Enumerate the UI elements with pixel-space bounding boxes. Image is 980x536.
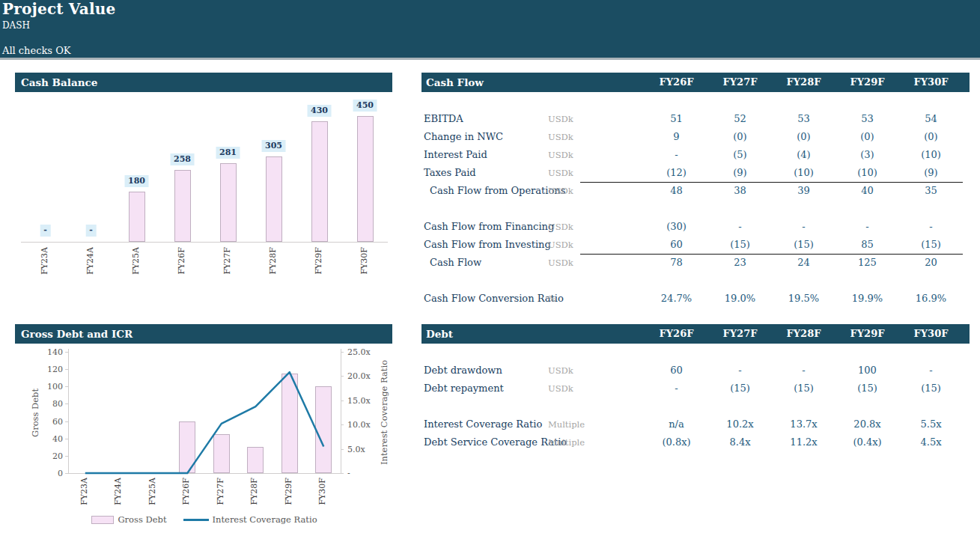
x-axis-label: FY29F [314,247,323,275]
cash-flow-table-body: EBITDAUSDk5152535354Change in NWCUSDk9(0… [421,92,970,308]
row-value: (15) [836,380,899,398]
gross-debt-icr-panel: Gross Debt and ICR 020406080100120140-5.… [15,324,392,531]
row-value: 39 [772,182,836,200]
row-value: 24.7% [645,290,708,308]
row-label: EBITDA [421,110,548,128]
row-value: 19.5% [772,290,836,308]
status-text: All checks OK [2,45,71,56]
row-label: Debt drawdown [421,362,548,380]
debt-table-body: Debt drawdownUSDk60--100-Debt repaymentU… [421,344,970,451]
dashboard: Project Value DASH All checks OK Cash Ba… [0,0,980,536]
cash-balance-panel: Cash Balance -FY23A-FY24A180FY25A258FY26… [15,73,392,290]
row-value: 19.0% [708,290,772,308]
row-value: 20.8x [836,415,899,433]
table-row: Cash Flow from OperationsUSDk4838394035 [421,182,970,200]
row-value: 54 [899,110,963,128]
cash-balance-chart: -FY23A-FY24A180FY25A258FY26F281FY27F305F… [15,92,392,290]
year-column-header: FY28F [772,73,836,92]
x-axis-label: FY25A [131,247,141,275]
debt-table: Debt FY26FFY27FFY28FFY29FFY30F Debt draw… [421,324,970,451]
bar [220,163,237,242]
legend-label: Gross Debt [118,514,166,525]
row-value: 8.4x [708,433,772,451]
row-unit: Multiple [548,415,645,433]
page-title: Project Value [2,0,115,18]
year-column-header: FY26F [645,324,708,344]
debt-table-title: Debt [421,324,645,344]
row-value: 16.9% [899,290,963,308]
row-value: (0) [899,128,963,146]
debt-table-header: Debt FY26FFY27FFY28FFY29FFY30F [421,324,970,344]
gross-debt-swatch [91,516,114,524]
legend-item-gross-debt: Gross Debt [91,514,166,525]
x-axis-line [21,242,388,243]
row-unit: USDk [548,146,645,164]
cash-flow-table-title: Cash Flow [421,73,645,92]
row-value: (10) [772,164,836,182]
row-value: 53 [836,110,899,128]
spacer-row [421,344,970,362]
year-column-header: FY30F [899,324,963,344]
row-value: - [708,218,772,236]
icr-line-swatch [183,519,209,521]
row-value: 60 [645,362,708,380]
row-value: (0) [772,128,836,146]
row-value: 4.5x [899,433,963,451]
row-value: 20 [899,254,963,272]
x-axis-label: FY24A [85,247,95,275]
table-row: Cash Flow from FinancingUSDk(30)---- [421,218,970,236]
row-value: (15) [708,380,772,398]
row-value: (9) [899,164,963,182]
table-row: Debt Service Coverage RatioMultiple(0.8x… [421,433,970,451]
x-axis-label: FY28F [268,247,278,275]
row-value: 38 [708,182,772,200]
row-label: Cash Flow Conversion Ratio [421,290,548,308]
year-column-header: FY29F [836,324,899,344]
row-value: (15) [708,236,772,254]
row-value: - [899,218,963,236]
bar [357,116,374,242]
row-value: (0.4x) [836,433,899,451]
value-chip: 305 [261,140,286,152]
row-unit: USDk [548,128,645,146]
gross-debt-icr-chart: 020406080100120140-5.0x10.0x15.0x20.0x25… [15,344,392,531]
spacer-row [421,398,970,415]
table-row: Interest PaidUSDk-(5)(4)(3)(10) [421,146,970,164]
row-value: 100 [836,362,899,380]
row-value: 85 [836,236,899,254]
spacer-row [421,200,970,218]
x-axis-label: FY27F [222,247,232,275]
table-row: Cash Flow from InvestingUSDk60(15)(15)85… [421,236,970,254]
row-value: 40 [836,182,899,200]
cash-flow-table-header: Cash Flow FY26FFY27FFY28FFY29FFY30F [421,73,970,92]
row-unit: Multiple [548,433,645,451]
legend-label: Interest Coverage Ratio [213,514,317,525]
row-unit: USDk [548,164,645,182]
row-unit: USDk [548,182,645,200]
row-value: 51 [645,110,708,128]
row-unit: % [548,290,645,308]
value-chip: 258 [170,153,195,165]
chart-legend: Gross DebtInterest Coverage Ratio [68,514,341,525]
row-value: 9 [645,128,708,146]
row-value: (3) [836,146,899,164]
subtotal-rule [580,254,963,255]
spacer-row [421,272,970,290]
value-chip: - [40,225,51,237]
cash-flow-table: Cash Flow FY26FFY27FFY28FFY29FFY30F EBIT… [421,73,970,308]
row-value: - [772,362,836,380]
row-value: (0) [836,128,899,146]
row-value: (30) [645,218,708,236]
row-value: - [836,218,899,236]
row-value: 48 [645,182,708,200]
table-row: Interest Coverage RatioMultiplen/a10.2x1… [421,415,970,433]
year-column-header: FY27F [708,73,772,92]
row-value: (5) [708,146,772,164]
x-axis-label: FY26F [177,247,186,275]
year-column-header: FY27F [708,324,772,344]
year-column-header: FY30F [899,73,963,92]
year-column-header: FY26F [645,73,708,92]
row-value: (9) [708,164,772,182]
row-value: (10) [836,164,899,182]
row-value: (12) [645,164,708,182]
